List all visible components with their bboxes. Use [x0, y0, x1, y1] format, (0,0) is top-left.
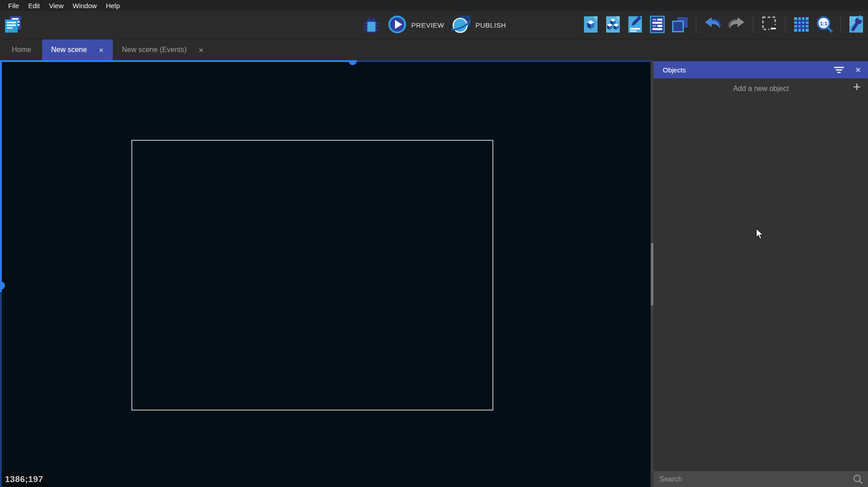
- objects-panel-header: Objects ×: [654, 61, 868, 78]
- tab-close-icon[interactable]: ×: [198, 46, 203, 54]
- layers-button[interactable]: [670, 15, 690, 35]
- grid-icon: [792, 15, 811, 35]
- add-new-object-label: Add a new object: [733, 85, 789, 93]
- preview-button[interactable]: PREVIEW: [387, 14, 444, 36]
- instances-list-button[interactable]: [648, 15, 666, 35]
- tab-label: New scene: [51, 46, 87, 54]
- undo-button[interactable]: [703, 16, 723, 34]
- object-groups-button[interactable]: [604, 15, 622, 35]
- filter-icon[interactable]: [834, 66, 844, 74]
- search-icon[interactable]: [853, 474, 863, 485]
- menu-file[interactable]: File: [4, 1, 24, 10]
- canvas-vscrollbar-track[interactable]: [0, 292, 2, 487]
- menu-window[interactable]: Window: [68, 1, 101, 10]
- redo-button[interactable]: [727, 16, 747, 34]
- svg-text:1:1: 1:1: [820, 20, 828, 26]
- objects-search-bar: [654, 471, 868, 487]
- scene-editor-canvas[interactable]: 1386;197: [0, 60, 651, 487]
- toolbar-separator: [785, 17, 786, 33]
- scene-window-border: [131, 140, 493, 411]
- publish-button[interactable]: PUBLISH: [450, 14, 506, 36]
- debugger-button[interactable]: [362, 14, 381, 36]
- preview-label: PREVIEW: [411, 21, 444, 29]
- canvas-hscrollbar-thumb[interactable]: [349, 60, 357, 65]
- canvas-hscrollbar-track[interactable]: [357, 60, 651, 62]
- deselect-selection-icon: [760, 15, 779, 35]
- properties-pencil-icon: [626, 15, 644, 35]
- layers-icon: [670, 15, 690, 35]
- splitter-scrollbar-thumb[interactable]: [651, 243, 653, 306]
- tab-bar: Home New scene × New scene (Events) ×: [0, 39, 868, 60]
- tab-label: Home: [12, 46, 31, 54]
- tab-close-icon[interactable]: ×: [99, 46, 104, 54]
- panel-splitter[interactable]: [651, 60, 654, 487]
- objects-editor-icon: [582, 15, 600, 35]
- grid-button[interactable]: [792, 15, 811, 35]
- objects-search-input[interactable]: [654, 475, 853, 483]
- toolbar-separator: [840, 17, 841, 33]
- panel-close-icon[interactable]: ×: [855, 65, 861, 74]
- tab-new-scene[interactable]: New scene ×: [42, 39, 113, 60]
- canvas-vscrollbar-fill[interactable]: [0, 60, 2, 292]
- publish-globe-icon: [450, 14, 471, 36]
- menu-view[interactable]: View: [44, 1, 68, 10]
- tab-home[interactable]: Home: [1, 39, 42, 60]
- canvas-hscrollbar-fill[interactable]: [0, 60, 357, 62]
- wrench-settings-icon: [847, 15, 865, 35]
- project-manager-icon: [3, 15, 23, 36]
- menu-edit[interactable]: Edit: [24, 1, 44, 10]
- zoom-1-1-icon: 1:1: [815, 15, 834, 35]
- properties-button[interactable]: [626, 15, 644, 35]
- menu-bar: File Edit View Window Help: [0, 0, 868, 11]
- tab-new-scene-events[interactable]: New scene (Events) ×: [113, 39, 212, 60]
- toolbar-options-button[interactable]: [847, 15, 865, 35]
- objects-panel-title: Objects: [663, 66, 823, 74]
- object-groups-icon: [604, 15, 622, 35]
- publish-label: PUBLISH: [475, 21, 506, 29]
- objects-editor-button[interactable]: [582, 15, 600, 35]
- instances-list-icon: [648, 15, 666, 35]
- zoom-1-1-button[interactable]: 1:1: [815, 15, 834, 35]
- objects-panel: Objects × Add a new object +: [654, 60, 868, 487]
- preview-play-icon: [387, 14, 407, 36]
- undo-arrow-icon: [703, 16, 723, 34]
- tab-label: New scene (Events): [122, 46, 187, 54]
- main-area: 1386;197 Objects × Add a new object +: [0, 60, 868, 487]
- toolbar-separator: [696, 17, 696, 33]
- deselect-button[interactable]: [760, 15, 779, 35]
- debugger-bug-icon: [362, 14, 381, 36]
- project-manager-button[interactable]: [3, 15, 23, 36]
- toolbar: PREVIEW PUBLISH: [0, 11, 868, 39]
- plus-icon[interactable]: +: [853, 80, 861, 94]
- cursor-coordinates-label: 1386;197: [2, 473, 48, 487]
- menu-help[interactable]: Help: [101, 1, 125, 10]
- add-new-object-button[interactable]: Add a new object +: [654, 78, 868, 99]
- redo-arrow-icon: [727, 16, 747, 34]
- toolbar-separator: [753, 17, 753, 33]
- canvas-vscrollbar-thumb[interactable]: [0, 282, 5, 290]
